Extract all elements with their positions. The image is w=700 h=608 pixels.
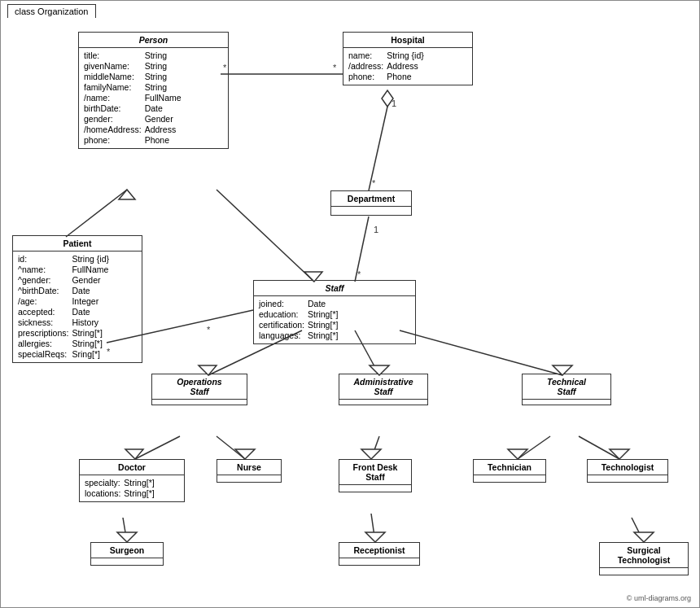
doctor-class-name: Doctor: [80, 460, 184, 475]
patient-class: Patient id:String {id} ^name:FullName ^g…: [12, 235, 142, 363]
svg-text:1: 1: [374, 225, 378, 234]
operations-staff-class-name: OperationsStaff: [152, 374, 247, 400]
surgeon-class: Surgeon: [90, 542, 164, 566]
front-desk-class-name: Front DeskStaff: [339, 460, 411, 485]
surgeon-class-body: [91, 558, 163, 565]
svg-line-29: [518, 436, 550, 459]
nurse-class: Nurse: [217, 459, 282, 483]
svg-marker-38: [634, 532, 654, 542]
operations-staff-class-body: [152, 400, 247, 405]
department-class-name: Department: [331, 191, 411, 207]
svg-line-37: [632, 518, 644, 542]
diagram-container: class Organization * * 1 * 1 *: [0, 0, 700, 608]
technician-class-name: Technician: [474, 460, 545, 475]
person-class: Person title:String givenName:String mid…: [78, 32, 229, 149]
technician-class: Technician: [473, 459, 546, 483]
svg-line-33: [123, 518, 127, 542]
hospital-class-body: name:String {id} /address:Address phone:…: [343, 48, 472, 85]
diagram-title: class Organization: [7, 4, 96, 18]
svg-marker-8: [382, 90, 393, 107]
svg-marker-32: [610, 449, 629, 459]
technician-class-body: [474, 475, 545, 482]
front-desk-class: Front DeskStaff: [339, 459, 412, 492]
person-class-name: Person: [79, 33, 228, 48]
surgical-technologist-class-name: SurgicalTechnologist: [600, 543, 688, 568]
svg-line-18: [400, 330, 562, 375]
patient-class-body: id:String {id} ^name:FullName ^gender:Ge…: [13, 252, 142, 362]
surgical-technologist-class-body: [600, 568, 688, 575]
copyright: © uml-diagrams.org: [627, 594, 691, 602]
receptionist-class: Receptionist: [339, 542, 420, 566]
technologist-class: Technologist: [587, 459, 668, 483]
nurse-class-name: Nurse: [217, 460, 281, 475]
svg-text:*: *: [372, 178, 376, 188]
svg-marker-24: [125, 449, 143, 459]
nurse-class-body: [217, 475, 281, 482]
svg-marker-4: [119, 190, 135, 199]
svg-marker-28: [361, 449, 381, 459]
svg-marker-34: [117, 532, 137, 542]
svg-text:1: 1: [392, 98, 396, 108]
staff-class-name: Staff: [254, 281, 415, 296]
person-class-body: title:String givenName:String middleName…: [79, 48, 228, 148]
technologist-class-name: Technologist: [588, 460, 667, 475]
svg-line-11: [355, 217, 369, 282]
patient-class-name: Patient: [13, 236, 142, 252]
svg-line-3: [66, 190, 127, 237]
admin-staff-class-name: AdministrativeStaff: [339, 374, 427, 400]
svg-line-31: [579, 436, 619, 459]
department-class-body: [331, 207, 411, 215]
svg-marker-30: [508, 449, 527, 459]
svg-line-27: [371, 436, 379, 459]
surgical-technologist-class: SurgicalTechnologist: [599, 542, 689, 575]
admin-staff-class: AdministrativeStaff: [339, 374, 428, 405]
svg-line-7: [369, 107, 387, 190]
svg-text:*: *: [357, 269, 361, 279]
receptionist-class-body: [339, 558, 419, 565]
receptionist-class-name: Receptionist: [339, 543, 419, 558]
hospital-class-name: Hospital: [343, 33, 472, 48]
technical-staff-class: TechnicalStaff: [522, 374, 611, 405]
surgeon-class-name: Surgeon: [91, 543, 163, 558]
staff-class-body: joined:Date education:String[*] certific…: [254, 296, 415, 343]
technologist-class-body: [588, 475, 667, 482]
svg-marker-26: [235, 449, 255, 459]
technical-staff-class-name: TechnicalStaff: [523, 374, 610, 400]
svg-line-25: [217, 436, 245, 459]
operations-staff-class: OperationsStaff: [151, 374, 247, 405]
doctor-class: Doctor specialty:String[*] locations:Str…: [79, 459, 185, 502]
department-class: Department: [330, 190, 412, 216]
staff-class: Staff joined:Date education:String[*] ce…: [253, 280, 416, 344]
technical-staff-class-body: [523, 400, 610, 405]
hospital-class: Hospital name:String {id} /address:Addre…: [343, 32, 473, 85]
svg-marker-36: [365, 532, 385, 542]
admin-staff-class-body: [339, 400, 427, 405]
svg-text:*: *: [333, 63, 337, 72]
svg-line-23: [135, 436, 180, 459]
front-desk-class-body: [339, 485, 411, 492]
doctor-class-body: specialty:String[*] locations:String[*]: [80, 475, 184, 501]
svg-line-5: [217, 190, 314, 282]
svg-text:*: *: [207, 325, 211, 335]
svg-line-35: [371, 514, 375, 542]
